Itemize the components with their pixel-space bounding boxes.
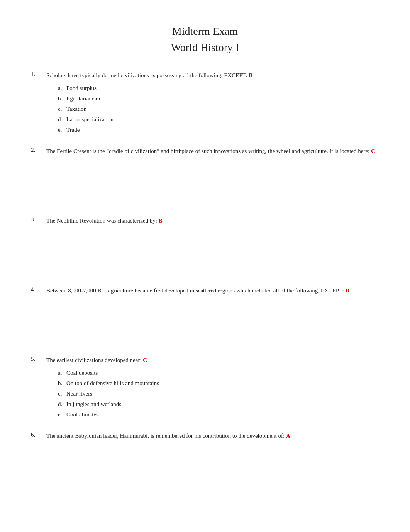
answer-letter: B bbox=[159, 218, 163, 224]
sub-list-item: c.Taxation bbox=[58, 104, 379, 114]
question-item: 2.The Fertile Cresent is the “cradle of … bbox=[31, 147, 379, 205]
sub-list-item: e.Cool climates bbox=[58, 410, 379, 420]
question-body: Scholars have typically defined civiliza… bbox=[46, 71, 379, 135]
question-text: Scholars have typically defined civiliza… bbox=[46, 71, 379, 80]
answer-letter: A bbox=[286, 433, 290, 439]
sub-list-item: c.Near rivers bbox=[58, 389, 379, 399]
question-item: 4.Between 8,000-7,000 BC, agriculture be… bbox=[31, 286, 379, 345]
answer-letter: C bbox=[143, 357, 147, 363]
sub-list: a.Food surplusb.Egalitarianismc.Taxation… bbox=[46, 83, 379, 135]
sub-list-item: d.Labor specialization bbox=[58, 114, 379, 125]
sub-list: a.Coal depositsb.On top of defensive hil… bbox=[46, 368, 379, 420]
header-line1: Midterm Exam bbox=[172, 25, 238, 37]
questions-list: 1.Scholars have typically defined civili… bbox=[31, 71, 379, 443]
sub-list-item: a.Coal deposits bbox=[58, 368, 379, 378]
question-item: 1.Scholars have typically defined civili… bbox=[31, 71, 379, 135]
question-number: 4. bbox=[31, 286, 46, 345]
question-body: The Neolithic Revolution was characteriz… bbox=[46, 216, 379, 275]
question-text: The earliest civilizations developed nea… bbox=[46, 356, 379, 365]
question-number: 2. bbox=[31, 147, 46, 205]
question-number: 6. bbox=[31, 432, 46, 444]
spacer bbox=[46, 158, 379, 205]
question-text: Between 8,000-7,000 BC, agriculture beca… bbox=[46, 286, 379, 295]
question-item: 3.The Neolithic Revolution was character… bbox=[31, 216, 379, 275]
answer-letter: B bbox=[249, 72, 252, 78]
sub-list-item: e.Trade bbox=[58, 125, 379, 135]
spacer bbox=[46, 298, 379, 344]
spacer bbox=[46, 228, 379, 275]
question-text: The Fertile Cresent is the “cradle of ci… bbox=[46, 147, 379, 156]
question-number: 1. bbox=[31, 71, 46, 135]
answer-letter: C bbox=[371, 148, 375, 154]
question-item: 5.The earliest civilizations developed n… bbox=[31, 356, 379, 420]
page-header: Midterm Exam World History I bbox=[31, 23, 379, 56]
question-body: The ancient Babylonian leader, Hammurabi… bbox=[46, 432, 379, 444]
sub-list-item: b.Egalitarianism bbox=[58, 93, 379, 104]
sub-list-item: d.In jungles and wetlands bbox=[58, 399, 379, 410]
answer-letter: D bbox=[345, 287, 349, 294]
question-body: Between 8,000-7,000 BC, agriculture beca… bbox=[46, 286, 379, 345]
question-text: The Neolithic Revolution was characteriz… bbox=[46, 216, 379, 225]
sub-list-item: a.Food surplus bbox=[58, 83, 379, 93]
question-number: 3. bbox=[31, 216, 46, 275]
sub-list-item: b.On top of defensive hills and mountain… bbox=[58, 378, 379, 389]
question-body: The earliest civilizations developed nea… bbox=[46, 356, 379, 420]
question-text: The ancient Babylonian leader, Hammurabi… bbox=[46, 432, 379, 440]
header-line2: World History I bbox=[171, 41, 239, 53]
question-body: The Fertile Cresent is the “cradle of ci… bbox=[46, 147, 379, 205]
question-item: 6.The ancient Babylonian leader, Hammura… bbox=[31, 432, 379, 444]
question-number: 5. bbox=[31, 356, 46, 420]
